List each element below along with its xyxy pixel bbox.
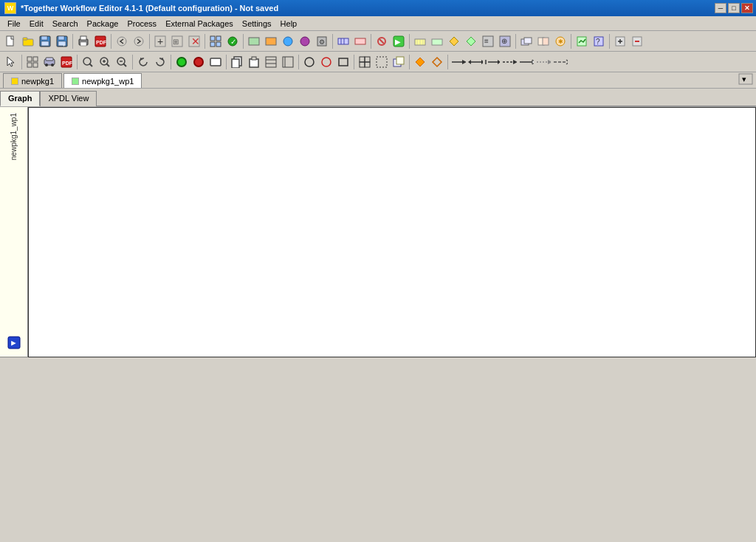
insert-btn[interactable] (280, 54, 296, 70)
diamond-outline[interactable] (429, 54, 445, 70)
arrow2[interactable] (467, 54, 484, 70)
svg-text:+: + (157, 35, 163, 47)
canvas-area[interactable] (28, 107, 756, 357)
icon7[interactable] (352, 33, 368, 49)
minimize-button[interactable]: ─ (715, 3, 726, 13)
grid-view[interactable] (24, 54, 41, 70)
main-toolbar: + PDF + ⊞ ✕ ✓ ⚙ ▶ ≡ ⊕ ✱ (0, 31, 756, 52)
icon5[interactable]: ⚙ (314, 33, 330, 49)
sep3 (149, 34, 150, 49)
icon14[interactable]: ≡ (480, 33, 496, 49)
select-tool[interactable] (3, 54, 19, 70)
icon18[interactable]: ✱ (552, 33, 568, 49)
forward-button[interactable] (131, 33, 147, 49)
icon2[interactable] (263, 33, 279, 49)
menu-settings[interactable]: Settings (238, 16, 276, 30)
icon13[interactable] (463, 33, 479, 49)
undo[interactable] (135, 54, 151, 70)
arrow4[interactable] (501, 54, 518, 70)
sep8 (409, 34, 410, 49)
end-event[interactable] (190, 54, 207, 70)
print-button[interactable] (75, 33, 92, 49)
svg-text:≡: ≡ (484, 37, 489, 45)
start-event[interactable] (173, 54, 190, 70)
zoom-out[interactable] (114, 54, 130, 70)
svg-point-89 (177, 58, 186, 66)
svg-rect-4 (41, 36, 47, 40)
menu-process[interactable]: Process (123, 16, 161, 30)
car-view[interactable] (41, 54, 58, 70)
menu-help[interactable]: Help (276, 16, 302, 30)
circle-tool[interactable] (301, 54, 317, 70)
icon15[interactable]: ⊕ (497, 33, 513, 49)
doc-tab-newpkg1-wp1[interactable]: newpkg1_wp1 (63, 73, 142, 88)
arrow1[interactable] (450, 54, 467, 70)
close-button[interactable]: ✕ (741, 3, 753, 13)
icon21[interactable] (612, 33, 628, 49)
new-button[interactable] (3, 33, 19, 49)
svg-rect-23 (210, 36, 215, 41)
rect-tool[interactable] (335, 54, 351, 70)
activity-rect[interactable] (207, 54, 224, 70)
icon11[interactable] (429, 33, 445, 49)
menu-external-packages[interactable]: External Packages (161, 16, 238, 30)
icon4[interactable] (297, 33, 313, 49)
arrow3[interactable] (484, 54, 501, 70)
menu-search[interactable]: Search (48, 16, 83, 30)
svg-rect-38 (355, 38, 365, 44)
icon16[interactable] (518, 33, 535, 49)
paste-btn[interactable] (246, 54, 262, 70)
validate-button[interactable]: ✓ (224, 33, 241, 49)
menu-package[interactable]: Package (83, 16, 123, 30)
pdf-button[interactable]: PDF (92, 33, 109, 49)
save-button[interactable] (37, 33, 53, 49)
group-btn[interactable] (391, 54, 407, 70)
open-button[interactable] (20, 33, 36, 49)
arrow5[interactable] (518, 54, 535, 70)
circle-red-tool[interactable] (318, 54, 334, 70)
add-button[interactable]: + (152, 33, 168, 49)
tab-options-button[interactable]: ▾ (738, 73, 753, 86)
menu-edit[interactable]: Edit (25, 16, 48, 30)
icon9[interactable]: ▶ (391, 33, 407, 49)
menu-file[interactable]: File (3, 16, 25, 30)
icon10[interactable] (412, 33, 428, 49)
arrow7[interactable] (552, 54, 568, 70)
add2-button[interactable]: ⊞ (169, 33, 185, 49)
icon1[interactable] (246, 33, 262, 49)
svg-point-15 (117, 37, 126, 46)
tab-graph[interactable]: Graph (0, 91, 40, 106)
main-content-area: newpkg1_wp1 ► (0, 106, 756, 357)
svg-rect-110 (396, 57, 404, 64)
select-all[interactable] (374, 54, 390, 70)
delete-button[interactable]: ✕ (186, 33, 202, 49)
zoom-in[interactable] (97, 54, 113, 70)
icon17[interactable] (535, 33, 551, 49)
icon12[interactable] (446, 33, 462, 49)
save-as-button[interactable]: + (54, 33, 70, 49)
pdf-view[interactable]: PDF (58, 54, 75, 70)
svg-rect-35 (338, 38, 348, 44)
arrow6[interactable] (535, 54, 551, 70)
icon19[interactable] (574, 33, 590, 49)
tab-xpdl[interactable]: XPDL View (40, 91, 97, 106)
doc-tab-newpkg1[interactable]: newpkg1 (3, 73, 62, 88)
zoom-fit[interactable] (80, 54, 96, 70)
swim-lane-btn[interactable] (263, 54, 279, 70)
layout-button[interactable] (207, 33, 224, 49)
copy-btn[interactable] (229, 54, 245, 70)
icon3[interactable] (280, 33, 296, 49)
icon8[interactable] (374, 33, 390, 49)
back-button[interactable] (114, 33, 130, 49)
svg-rect-69 (33, 57, 38, 61)
sep4 (205, 34, 205, 49)
icon20[interactable]: ? (591, 33, 607, 49)
sep18 (354, 55, 354, 69)
icon6[interactable] (335, 33, 351, 49)
svg-rect-11 (80, 36, 86, 40)
icon22[interactable] (629, 33, 645, 49)
diamond-fill[interactable] (412, 54, 428, 70)
redo[interactable] (152, 54, 168, 70)
restore-button[interactable]: □ (728, 3, 740, 13)
multi-select[interactable] (357, 54, 373, 70)
